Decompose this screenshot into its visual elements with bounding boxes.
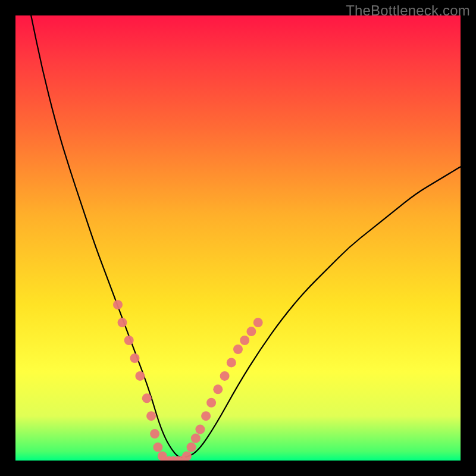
marker-dot xyxy=(206,398,216,408)
marker-dot xyxy=(253,318,263,327)
marker-dot xyxy=(233,345,243,354)
curve-layer xyxy=(31,15,461,458)
marker-dot xyxy=(150,429,159,439)
marker-dot xyxy=(118,318,127,327)
marker-dot xyxy=(113,300,123,309)
marker-dot xyxy=(135,371,145,381)
v-curve xyxy=(31,15,461,458)
marker-dot xyxy=(201,411,211,421)
marker-dot xyxy=(220,371,230,381)
markers-left-group xyxy=(113,300,167,461)
markers-right-group xyxy=(182,318,263,461)
marker-dot xyxy=(124,336,134,345)
marker-dot xyxy=(153,443,162,452)
marker-dot xyxy=(227,358,236,367)
marker-dot xyxy=(191,434,201,443)
chart-svg xyxy=(15,15,461,461)
marker-dot xyxy=(195,425,205,434)
marker-dot xyxy=(246,327,256,336)
marker-dot xyxy=(146,411,156,421)
marker-dot xyxy=(142,393,152,403)
markers-bottom-group xyxy=(161,456,186,461)
marker-dot xyxy=(130,353,140,363)
marker-dot xyxy=(213,384,223,394)
marker-dot xyxy=(187,443,196,452)
marker-dot xyxy=(240,336,249,345)
